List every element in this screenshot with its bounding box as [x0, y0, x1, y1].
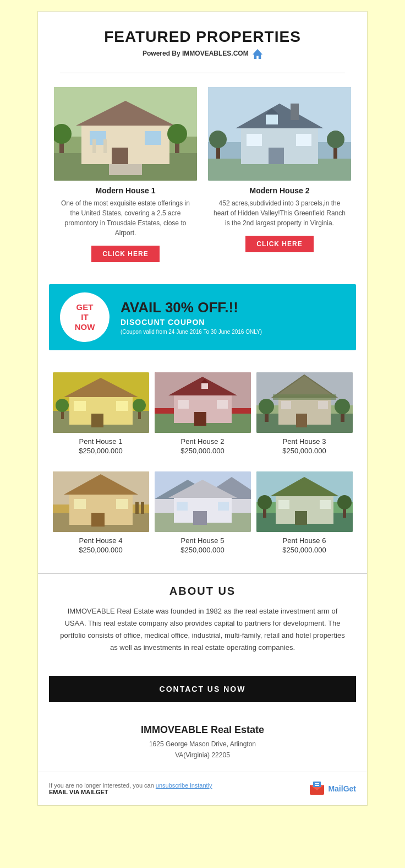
svg-rect-58	[318, 401, 328, 409]
coupon-discount-label: DISOCUNT COUPON	[121, 318, 262, 327]
property-desc-1: One of the most exquisite estate offerin…	[54, 198, 197, 238]
svg-point-95	[337, 495, 352, 509]
svg-rect-8	[92, 139, 96, 153]
svg-rect-48	[217, 400, 228, 409]
mailget-logo: MailGet	[309, 780, 356, 797]
house2-svg	[208, 87, 351, 181]
svg-rect-72	[135, 502, 139, 514]
contact-section: CONTACT US NOW	[38, 665, 367, 713]
coupon-circle: GETITNOW	[60, 292, 110, 342]
pent-image-2	[155, 372, 251, 433]
svg-rect-22	[247, 134, 262, 146]
pent1-svg	[53, 372, 149, 433]
address-line2: VA(Virginia) 22205	[49, 750, 356, 761]
unsubscribe-text: If you are no longer interested, you can…	[49, 782, 212, 789]
svg-rect-57	[281, 401, 291, 409]
coupon-section: GETITNOW AVAIL 30% OFF.!! DISOCUNT COUPO…	[49, 284, 356, 350]
svg-rect-59	[273, 394, 336, 400]
svg-rect-90	[278, 500, 289, 509]
svg-point-63	[335, 399, 350, 414]
svg-rect-20	[291, 104, 299, 120]
unsubscribe-link[interactable]: unsubscribe instantly	[156, 782, 212, 789]
coupon-main-text: AVAIL 30% OFF.!!	[121, 300, 262, 316]
coupon-get-text: GETITNOW	[75, 302, 95, 332]
svg-rect-83	[218, 502, 229, 511]
svg-rect-70	[74, 499, 86, 509]
svg-rect-46	[194, 412, 206, 426]
svg-rect-89	[295, 511, 307, 525]
property-image-2	[208, 87, 351, 181]
about-title: ABOUT US	[60, 585, 345, 598]
property-cta-2[interactable]: CLICK HERE	[245, 236, 313, 252]
pent-name-6: Pent House 6	[256, 536, 353, 545]
pent-name-4: Pent House 4	[53, 536, 149, 545]
svg-rect-9	[103, 139, 107, 153]
svg-point-93	[258, 495, 272, 509]
email-via-text: EMAIL VIA MAILGET	[49, 789, 212, 795]
pent-card-6: Pent House 6 $250,000.000	[256, 471, 353, 562]
pent-image-3	[256, 372, 353, 433]
page-title: FEATURED PROPERTIES	[49, 28, 356, 46]
pent-name-3: Pent House 3	[256, 437, 353, 446]
address-line1: 1625 George Mason Drive, Arlington	[49, 739, 356, 750]
pent-price-5: $250,000.000	[155, 546, 251, 554]
pent-image-1	[53, 372, 149, 433]
about-section: ABOUT US IMMOVEABLE Real Estate was foun…	[38, 573, 367, 665]
property-image-1	[54, 87, 197, 181]
svg-rect-47	[178, 400, 189, 409]
svg-rect-73	[141, 502, 144, 514]
svg-rect-24	[266, 115, 278, 124]
pent-price-4: $250,000.000	[53, 546, 149, 554]
pent-image-6	[256, 471, 353, 532]
svg-rect-56	[296, 414, 307, 427]
pent-row-1: Pent House 1 $250,000.000	[49, 372, 356, 463]
property-title-2: Modern House 2	[208, 186, 351, 195]
svg-rect-91	[320, 500, 331, 509]
svg-rect-71	[116, 499, 128, 509]
svg-point-61	[259, 399, 274, 414]
pent-card-3: Pent House 3 $250,000.000	[256, 372, 353, 463]
svg-point-40	[133, 399, 146, 412]
powered-by-text: Powered By IMMOVEABLES.COM	[49, 49, 356, 59]
property-card-2: Modern House 2 452 acres,subdivided into…	[208, 87, 351, 262]
svg-rect-23	[296, 134, 311, 146]
pent2-svg	[155, 372, 251, 433]
svg-rect-35	[74, 401, 86, 411]
pent-name-5: Pent House 5	[155, 536, 251, 545]
pent5-svg	[155, 471, 251, 532]
contact-us-button[interactable]: CONTACT US NOW	[49, 676, 356, 702]
svg-point-38	[56, 399, 69, 412]
house1-svg	[54, 87, 197, 181]
svg-rect-69	[91, 513, 105, 527]
footer-bottom: If you are no longer interested, you can…	[38, 772, 367, 805]
mailget-text: MailGet	[328, 784, 356, 793]
svg-rect-100	[315, 785, 319, 786]
pent-price-6: $250,000.000	[256, 546, 353, 554]
svg-rect-49	[201, 383, 208, 389]
svg-rect-10	[109, 164, 142, 175]
coupon-right: AVAIL 30% OFF.!! DISOCUNT COUPON (Coupon…	[121, 300, 262, 335]
property-desc-2: 452 acres,subdivided into 3 parcels,in t…	[208, 198, 351, 228]
property-row: Modern House 1 One of the most exquisite…	[49, 87, 356, 262]
pent-image-4	[53, 471, 149, 532]
footer-left: If you are no longer interested, you can…	[49, 782, 212, 795]
svg-point-14	[167, 124, 187, 144]
pent-card-4: Pent House 4 $250,000.000	[53, 471, 149, 562]
property-card-1: Modern House 1 One of the most exquisite…	[54, 87, 197, 262]
penthouse-section: Pent House 1 $250,000.000	[38, 367, 367, 568]
svg-rect-7	[145, 131, 161, 145]
svg-rect-81	[193, 511, 207, 525]
svg-rect-82	[177, 502, 188, 511]
pent-name-1: Pent House 1	[53, 437, 149, 446]
property-cta-1[interactable]: CLICK HERE	[91, 246, 159, 262]
featured-properties-section: Modern House 1 One of the most exquisite…	[38, 82, 367, 268]
pent-price-1: $250,000.000	[53, 447, 149, 455]
pent-name-2: Pent House 2	[155, 437, 251, 446]
footer: IMMOVEABLE Real Estate 1625 George Mason…	[38, 713, 367, 771]
svg-rect-21	[269, 148, 284, 164]
email-header: FEATURED PROPERTIES Powered By IMMOVEABL…	[38, 12, 367, 64]
pent6-svg	[256, 471, 353, 532]
pent-card-1: Pent House 1 $250,000.000	[53, 372, 149, 463]
svg-rect-34	[91, 414, 103, 427]
company-name: IMMOVEABLE Real Estate	[49, 724, 356, 736]
